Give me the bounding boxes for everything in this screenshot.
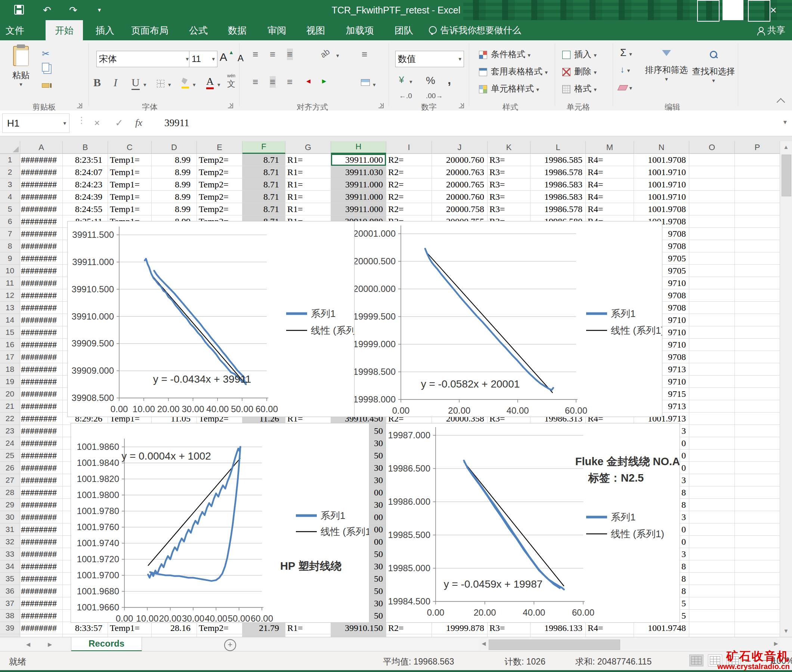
- cell-P22[interactable]: [735, 413, 780, 425]
- sheet-nav-next-icon[interactable]: ▸: [48, 640, 52, 649]
- cell-A13[interactable]: ########: [20, 302, 63, 314]
- cell-P21[interactable]: [735, 400, 780, 413]
- sort-filter-button[interactable]: 排序和筛选 ▾: [644, 46, 689, 83]
- cell-O3[interactable]: [689, 178, 735, 191]
- tab-ribbon-5[interactable]: 数据: [221, 20, 253, 40]
- cell-A28[interactable]: ########: [20, 486, 63, 499]
- cell-P30[interactable]: [735, 511, 780, 523]
- cell-B5[interactable]: 8:24:55: [63, 203, 108, 215]
- row-header-7[interactable]: 7: [0, 228, 20, 240]
- cell-A8[interactable]: ########: [20, 240, 63, 252]
- chart-4[interactable]: 19987.00019986.50019986.00019985.5001998…: [386, 423, 680, 623]
- cell-G40[interactable]: R1=: [285, 634, 331, 637]
- cell-O8[interactable]: [689, 240, 735, 252]
- cell-P13[interactable]: [735, 302, 780, 314]
- cell-H4[interactable]: 39911.000: [331, 191, 386, 203]
- vertical-scroll-thumb[interactable]: [782, 155, 791, 196]
- cell-P7[interactable]: [735, 228, 780, 240]
- cell-P28[interactable]: [735, 486, 780, 499]
- font-dialog-launcher-icon[interactable]: [228, 103, 233, 108]
- phonetic-guide-icon[interactable]: wén文: [227, 73, 236, 90]
- cell-M2[interactable]: R4=: [586, 166, 634, 178]
- row-header-25[interactable]: 25: [0, 450, 20, 462]
- row-header-32[interactable]: 32: [0, 536, 20, 548]
- cell-A17[interactable]: ########: [20, 351, 63, 363]
- cell-E39[interactable]: Temp2=: [197, 622, 242, 634]
- cell-A32[interactable]: ########: [20, 536, 63, 548]
- column-header-L[interactable]: L: [531, 141, 586, 154]
- column-header-B[interactable]: B: [63, 141, 108, 154]
- column-header-F[interactable]: F: [242, 141, 285, 154]
- cell-O7[interactable]: [689, 228, 735, 240]
- cell-J4[interactable]: 20000.760: [432, 191, 487, 203]
- cell-G2[interactable]: R1=: [285, 166, 331, 178]
- cell-P40[interactable]: [735, 634, 780, 637]
- cell-O39[interactable]: [689, 622, 735, 634]
- cell-P37[interactable]: [735, 597, 780, 610]
- cell-L3[interactable]: 19986.583: [531, 178, 586, 191]
- cell-M40[interactable]: [586, 634, 634, 637]
- cell-A10[interactable]: ########: [20, 265, 63, 277]
- cell-O17[interactable]: [689, 351, 735, 363]
- column-header-O[interactable]: O: [689, 141, 735, 154]
- cell-K5[interactable]: R3=: [487, 203, 531, 215]
- borders-icon[interactable]: [157, 78, 164, 88]
- cell-E3[interactable]: Temp2=: [197, 178, 242, 191]
- cell-A18[interactable]: ########: [20, 363, 63, 376]
- row-header-1[interactable]: 1: [0, 154, 20, 166]
- orientation-icon[interactable]: ab: [319, 46, 332, 60]
- paste-button[interactable]: 粘贴 ▾: [7, 44, 35, 88]
- decrease-decimal-icon[interactable]: .00→: [426, 92, 443, 100]
- scroll-right-icon[interactable]: ►: [773, 640, 779, 648]
- cell-P38[interactable]: [735, 610, 780, 622]
- cell-P2[interactable]: [735, 166, 780, 178]
- accounting-dropdown-icon[interactable]: ▾: [409, 78, 412, 85]
- bold-button[interactable]: B: [93, 76, 101, 89]
- cell-P33[interactable]: [735, 548, 780, 560]
- cell-O37[interactable]: [689, 597, 735, 610]
- cell-O11[interactable]: [689, 277, 735, 290]
- row-header-18[interactable]: 18: [0, 363, 20, 376]
- cell-L4[interactable]: 19986.583: [531, 191, 586, 203]
- scroll-up-icon[interactable]: ▲: [780, 141, 792, 153]
- cell-I1[interactable]: R2=: [386, 154, 432, 166]
- tab-ribbon-4[interactable]: 公式: [182, 20, 215, 40]
- cell-F40[interactable]: 22.09: [242, 634, 285, 637]
- cell-O32[interactable]: [689, 536, 735, 548]
- cell-C3[interactable]: Temp1=: [108, 178, 152, 191]
- cell-O9[interactable]: [689, 252, 735, 265]
- cell-G39[interactable]: R1=: [285, 622, 331, 634]
- cell-M3[interactable]: R4=: [586, 178, 634, 191]
- cell-P25[interactable]: [735, 450, 780, 462]
- normal-view-icon[interactable]: [689, 654, 704, 666]
- row-header-19[interactable]: 19: [0, 376, 20, 388]
- cell-A40[interactable]: ########: [20, 634, 63, 637]
- column-header-H[interactable]: H: [331, 141, 386, 154]
- cell-D2[interactable]: 8.99: [152, 166, 197, 178]
- cell-A1[interactable]: ########: [20, 154, 63, 166]
- cell-P8[interactable]: [735, 240, 780, 252]
- cell-A20[interactable]: ########: [20, 388, 63, 400]
- cell-O15[interactable]: [689, 326, 735, 339]
- comma-style-icon[interactable]: ,: [447, 72, 451, 87]
- cell-A12[interactable]: ########: [20, 290, 63, 302]
- cell-P29[interactable]: [735, 499, 780, 511]
- cell-G3[interactable]: R1=: [285, 178, 331, 191]
- row-header-17[interactable]: 17: [0, 351, 20, 363]
- cell-D39[interactable]: 28.16: [152, 622, 197, 634]
- cell-D5[interactable]: 8.99: [152, 203, 197, 215]
- cell-A34[interactable]: ########: [20, 560, 63, 573]
- row-header-24[interactable]: 24: [0, 437, 20, 450]
- sheet-nav-prev-icon[interactable]: ◂: [26, 640, 30, 649]
- cell-O16[interactable]: [689, 339, 735, 351]
- cell-A11[interactable]: ########: [20, 277, 63, 290]
- cell-O34[interactable]: [689, 560, 735, 573]
- cell-F1[interactable]: 8.71: [242, 154, 285, 166]
- cell-B2[interactable]: 8:24:07: [63, 166, 108, 178]
- cell-P10[interactable]: [735, 265, 780, 277]
- row-header-34[interactable]: 34: [0, 560, 20, 573]
- increase-font-icon[interactable]: A: [220, 51, 227, 64]
- autosum-button[interactable]: Σ ▾: [620, 47, 632, 59]
- number-dialog-launcher-icon[interactable]: [459, 103, 464, 108]
- column-header-I[interactable]: I: [386, 141, 432, 154]
